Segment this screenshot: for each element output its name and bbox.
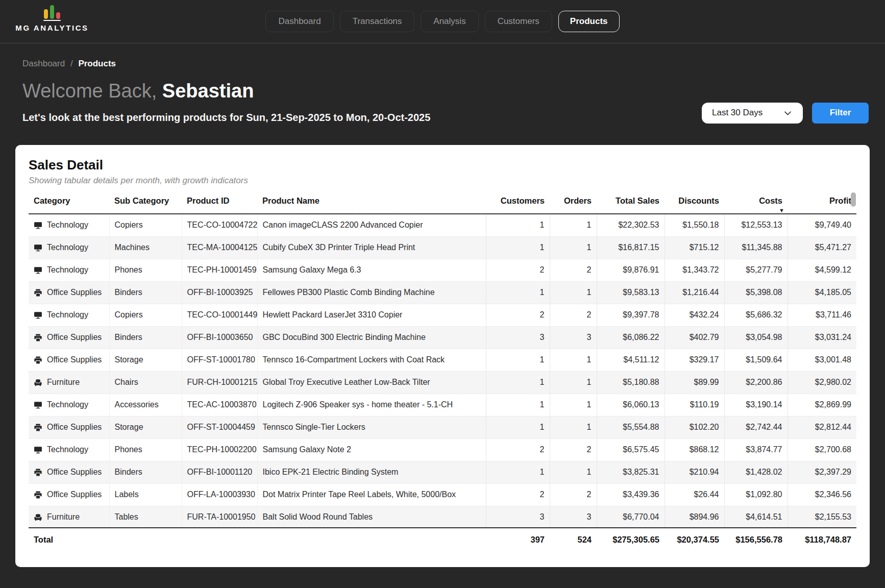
cell-customers: 1 — [486, 394, 550, 416]
nav-item-label: Analysis — [433, 16, 465, 26]
table-row[interactable]: Furniture Chairs FUR-CH-10001215 Global … — [29, 371, 856, 394]
brand-logo: MG ANALYTICS — [19, 5, 85, 32]
breadcrumb-dashboard[interactable]: Dashboard — [22, 59, 65, 68]
column-header-product-id[interactable]: Product ID — [182, 192, 257, 214]
sales-table-viewport: CategorySub CategoryProduct IDProduct Na… — [29, 192, 856, 527]
cell-profit: $4,185.05 — [788, 281, 856, 304]
sort-descending-icon: ▼ — [779, 208, 784, 213]
monitor-icon — [34, 243, 42, 252]
table-row[interactable]: Technology Phones TEC-PH-10001459 Samsun… — [29, 259, 856, 281]
cell-discounts: $402.79 — [665, 326, 724, 349]
cell-sub-category: Storage — [109, 349, 182, 371]
cell-product-id: TEC-PH-10001459 — [182, 259, 257, 281]
nav-item-customers[interactable]: Customers — [485, 11, 552, 32]
cell-sub-category: Binders — [109, 281, 182, 304]
table-row[interactable]: Office Supplies Storage OFF-ST-10004459 … — [29, 416, 856, 438]
printer-icon — [34, 423, 42, 432]
totals-row-table: Total397524$275,305.65$20,374.55$156,556… — [29, 527, 856, 552]
category-label: Technology — [47, 243, 88, 252]
cell-customers: 1 — [486, 349, 550, 371]
nav-item-products[interactable]: Products — [558, 11, 620, 32]
category-label: Office Supplies — [47, 333, 102, 342]
cell-profit: $2,812.44 — [788, 416, 856, 438]
filter-button[interactable]: Filter — [812, 103, 869, 124]
column-header-orders[interactable]: Orders — [550, 192, 597, 214]
cell-customers: 1 — [486, 281, 550, 304]
cell-sub-category: Machines — [109, 236, 182, 259]
cell-category: Technology — [29, 394, 109, 416]
cell-orders: 2 — [550, 259, 597, 281]
cell-product-id: TEC-MA-10004125 — [182, 236, 257, 259]
table-row[interactable]: Office Supplies Binders OFF-BI-10003925 … — [29, 281, 856, 304]
cell-category: Office Supplies — [29, 349, 109, 371]
total-discounts: $20,374.55 — [665, 528, 724, 552]
column-header-sub-category[interactable]: Sub Category — [109, 192, 182, 214]
column-header-profit[interactable]: Profit — [788, 192, 856, 214]
table-row[interactable]: Technology Machines TEC-MA-10004125 Cubi… — [29, 236, 856, 259]
cell-orders: 1 — [550, 371, 597, 394]
cell-product-id: OFF-BI-10003925 — [182, 281, 257, 304]
sales-detail-card: Sales Detail Showing tabular details per… — [15, 145, 870, 567]
nav-item-dashboard[interactable]: Dashboard — [265, 11, 333, 32]
cell-product-id: OFF-BI-10003650 — [182, 326, 257, 349]
date-range-select[interactable]: Last 30 Days — [702, 103, 803, 124]
cell-category: Office Supplies — [29, 483, 109, 506]
table-header-row: CategorySub CategoryProduct IDProduct Na… — [29, 192, 856, 214]
table-scrollbar-thumb[interactable] — [851, 192, 856, 207]
table-row[interactable]: Technology Phones TEC-PH-10002200 Samsun… — [29, 438, 856, 461]
table-row[interactable]: Office Supplies Binders OFF-BI-10003650 … — [29, 326, 856, 349]
column-header-category[interactable]: Category — [29, 192, 109, 214]
cell-profit: $4,599.12 — [788, 259, 856, 281]
column-header-customers[interactable]: Customers — [486, 192, 550, 214]
cell-orders: 2 — [550, 483, 597, 506]
table-row[interactable]: Office Supplies Binders OFF-BI-10001120 … — [29, 461, 856, 483]
category-label: Office Supplies — [47, 355, 102, 364]
column-header-label: Orders — [564, 196, 592, 205]
table-row[interactable]: Office Supplies Storage OFF-ST-10001780 … — [29, 349, 856, 371]
cell-sub-category: Storage — [109, 416, 182, 438]
category-label: Furniture — [47, 512, 80, 522]
cell-product-name: Tennsco 16-Compartment Lockers with Coat… — [257, 349, 486, 371]
table-row[interactable]: Technology Copiers TEC-CO-10004722 Canon… — [29, 214, 856, 237]
table-row[interactable]: Furniture Tables FUR-TA-10001950 Balt So… — [29, 506, 856, 527]
column-header-product-name[interactable]: Product Name — [257, 192, 486, 214]
nav-item-transactions[interactable]: Transactions — [340, 11, 415, 32]
column-header-costs[interactable]: Costs▼ — [724, 192, 788, 214]
cell-orders: 1 — [550, 349, 597, 371]
cell-profit: $2,980.02 — [788, 371, 856, 394]
cell-total-sales: $3,439.36 — [597, 483, 665, 506]
nav-item-analysis[interactable]: Analysis — [421, 11, 478, 32]
cell-discounts: $110.19 — [665, 394, 724, 416]
cell-customers: 2 — [486, 483, 550, 506]
cell-total-sales: $6,086.22 — [597, 326, 665, 349]
cell-orders: 1 — [550, 214, 597, 237]
cell-sub-category: Tables — [109, 506, 182, 527]
cell-total-sales: $9,876.91 — [597, 259, 665, 281]
cell-total-sales: $4,511.12 — [597, 349, 665, 371]
cell-costs: $1,509.64 — [724, 349, 788, 371]
cell-costs: $11,345.88 — [724, 236, 788, 259]
category-label: Technology — [47, 220, 88, 230]
column-header-discounts[interactable]: Discounts — [665, 192, 724, 214]
cell-product-name: Fellowes PB300 Plastic Comb Binding Mach… — [257, 281, 486, 304]
cell-costs: $1,428.02 — [724, 461, 788, 483]
cell-discounts: $89.99 — [665, 371, 724, 394]
cell-total-sales: $6,770.04 — [597, 506, 665, 527]
nav-item-label: Customers — [498, 16, 539, 26]
cell-sub-category: Labels — [109, 483, 182, 506]
table-row[interactable]: Office Supplies Labels OFF-LA-10003930 D… — [29, 483, 856, 506]
cell-category: Technology — [29, 236, 109, 259]
cell-profit: $3,031.24 — [788, 326, 856, 349]
table-row[interactable]: Technology Copiers TEC-CO-10001449 Hewle… — [29, 304, 856, 326]
cell-product-name: GBC DocuBind 300 Electric Binding Machin… — [257, 326, 486, 349]
top-navigation-bar: MG ANALYTICS DashboardTransactionsAnalys… — [0, 0, 885, 43]
column-header-total-sales[interactable]: Total Sales — [597, 192, 665, 214]
column-header-label: Total Sales — [616, 196, 659, 205]
logo-bar-yellow — [44, 9, 48, 19]
cell-costs: $3,874.77 — [724, 438, 788, 461]
table-row[interactable]: Technology Accessories TEC-AC-10003870 L… — [29, 394, 856, 416]
cell-profit: $9,749.40 — [788, 214, 856, 237]
main-nav: DashboardTransactionsAnalysisCustomersPr… — [265, 11, 619, 32]
cell-costs: $1,092.80 — [724, 483, 788, 506]
cell-product-id: FUR-TA-10001950 — [182, 506, 257, 527]
